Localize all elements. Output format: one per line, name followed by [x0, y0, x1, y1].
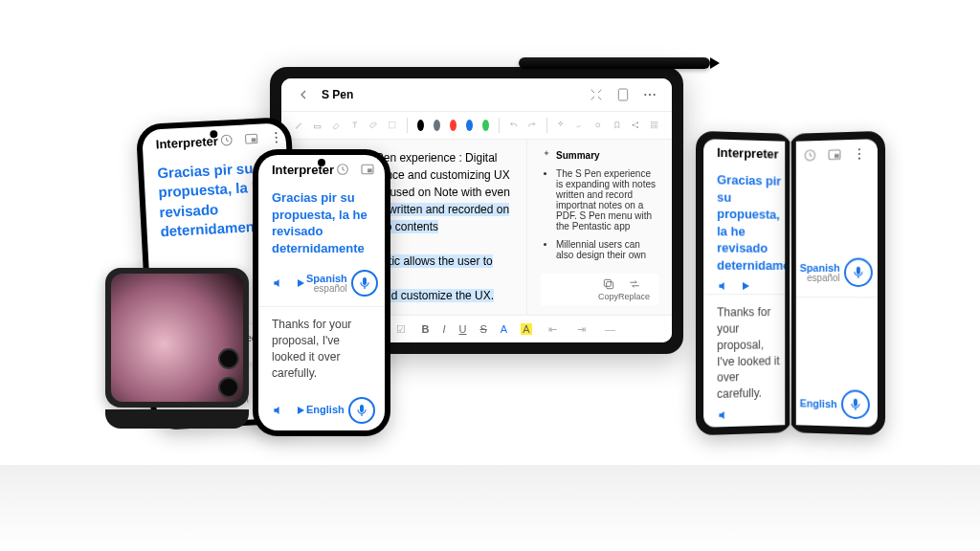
- target-text: Thanks for your proposal, I've looked it…: [272, 317, 371, 381]
- color-gray[interactable]: [434, 120, 440, 131]
- history-icon[interactable]: [217, 131, 235, 149]
- svg-rect-11: [655, 122, 657, 124]
- summary-bullet: The S Pen experience is expanding with n…: [556, 168, 658, 231]
- replace-button[interactable]: Replace: [618, 277, 650, 301]
- source-language[interactable]: Spanish español: [800, 262, 840, 282]
- svg-point-19: [275, 132, 277, 134]
- svg-point-8: [636, 122, 638, 124]
- attach-icon[interactable]: [369, 118, 378, 133]
- sparkle-icon: [541, 149, 552, 161]
- undo-icon[interactable]: [509, 118, 518, 133]
- svg-point-9: [636, 127, 638, 129]
- play-icon[interactable]: [740, 280, 751, 292]
- svg-rect-29: [363, 277, 367, 285]
- color-green[interactable]: [482, 120, 489, 131]
- svg-point-1: [644, 94, 646, 96]
- redo-icon[interactable]: [527, 118, 536, 133]
- app-title: Interpreter: [155, 133, 218, 150]
- expand-icon[interactable]: [588, 86, 605, 103]
- select-icon[interactable]: [388, 118, 396, 133]
- svg-rect-18: [252, 138, 256, 142]
- svg-rect-4: [315, 126, 321, 128]
- svg-point-6: [596, 123, 600, 127]
- flip-device: [105, 268, 249, 430]
- speaker-icon[interactable]: [272, 276, 285, 290]
- fontcolor-button[interactable]: A: [501, 323, 507, 335]
- phone-center: Interpreter Gracias pir su propuesta, la…: [253, 149, 390, 436]
- speaker-icon[interactable]: [272, 404, 285, 417]
- more-icon[interactable]: [641, 86, 658, 103]
- svg-point-2: [649, 94, 651, 96]
- checklist-icon[interactable]: ☑: [393, 321, 409, 337]
- handwriting-icon[interactable]: [575, 118, 584, 133]
- summary-panel: Summary The S Pen experience is expandin…: [527, 140, 672, 315]
- color-blue[interactable]: [466, 120, 473, 131]
- more-icon[interactable]: [267, 128, 285, 146]
- ai-icon[interactable]: [556, 118, 565, 133]
- svg-point-20: [276, 137, 278, 139]
- flip-cover-shell: [105, 268, 249, 408]
- notes-titlebar: S Pen: [281, 78, 672, 112]
- notes-title: S Pen: [322, 88, 353, 101]
- mic-button-target[interactable]: [841, 390, 870, 420]
- underline-button[interactable]: U: [459, 323, 467, 335]
- app-title: Interpreter: [272, 163, 334, 177]
- bold-button[interactable]: B: [422, 323, 430, 335]
- italic-button[interactable]: I: [442, 323, 445, 335]
- copy-button[interactable]: Copy: [598, 277, 618, 301]
- svg-rect-10: [651, 122, 653, 124]
- page-icon[interactable]: [614, 86, 632, 103]
- s-pen-stylus: [519, 57, 710, 69]
- strike-button[interactable]: S: [479, 323, 486, 335]
- pen-icon[interactable]: [295, 118, 303, 133]
- source-text: Gracias pir su propuesta, la he revisado…: [272, 189, 371, 256]
- svg-rect-14: [606, 282, 612, 289]
- copy-icon: [602, 277, 615, 291]
- highlighter-icon[interactable]: [313, 118, 322, 133]
- grid-icon[interactable]: [650, 118, 658, 133]
- mic-button-source[interactable]: [351, 270, 378, 297]
- svg-rect-12: [651, 126, 653, 128]
- pip-icon[interactable]: [359, 161, 376, 178]
- mic-button-source[interactable]: [844, 258, 873, 288]
- svg-rect-33: [835, 154, 839, 158]
- target-language[interactable]: English: [800, 398, 837, 409]
- play-icon[interactable]: [295, 277, 306, 289]
- color-black[interactable]: [417, 120, 424, 131]
- speaker-icon[interactable]: [717, 408, 730, 423]
- outdent-icon[interactable]: ⇤: [546, 321, 561, 337]
- svg-rect-0: [618, 89, 627, 100]
- play-icon[interactable]: [295, 405, 306, 416]
- record-icon[interactable]: [593, 118, 602, 133]
- svg-point-34: [858, 148, 860, 150]
- history-icon[interactable]: [802, 146, 819, 165]
- pip-icon[interactable]: [242, 130, 260, 148]
- highlight-button[interactable]: A: [521, 323, 531, 335]
- svg-point-21: [276, 141, 278, 143]
- summary-list: The S Pen experience is expanding with n…: [541, 168, 658, 268]
- share-icon[interactable]: [631, 118, 639, 133]
- replace-icon: [628, 277, 641, 291]
- svg-point-7: [633, 124, 635, 126]
- mic-button-target[interactable]: [348, 397, 375, 424]
- flip-cameras: [218, 348, 239, 398]
- summary-bullet: Millennial users can also design their o…: [556, 239, 658, 260]
- fold-hinge: [790, 142, 791, 425]
- back-icon[interactable]: [295, 86, 312, 103]
- eraser-icon[interactable]: [332, 118, 341, 133]
- svg-rect-37: [857, 267, 860, 275]
- history-icon[interactable]: [334, 161, 351, 178]
- more-icon[interactable]: [384, 161, 385, 178]
- more-icon[interactable]: [851, 145, 868, 164]
- hr-icon[interactable]: —: [603, 321, 618, 337]
- indent-icon[interactable]: ⇥: [574, 321, 590, 337]
- notes-toolbar: [281, 112, 672, 140]
- text-icon[interactable]: [350, 118, 359, 133]
- target-language[interactable]: English: [306, 405, 345, 415]
- color-red[interactable]: [450, 120, 457, 131]
- source-language[interactable]: Spanish español: [306, 274, 347, 294]
- speaker-icon[interactable]: [717, 279, 730, 293]
- source-text: Gracias pir su propuesta, la he revisado…: [717, 171, 781, 274]
- pip-icon[interactable]: [826, 145, 843, 164]
- bookmark-icon[interactable]: [612, 118, 621, 133]
